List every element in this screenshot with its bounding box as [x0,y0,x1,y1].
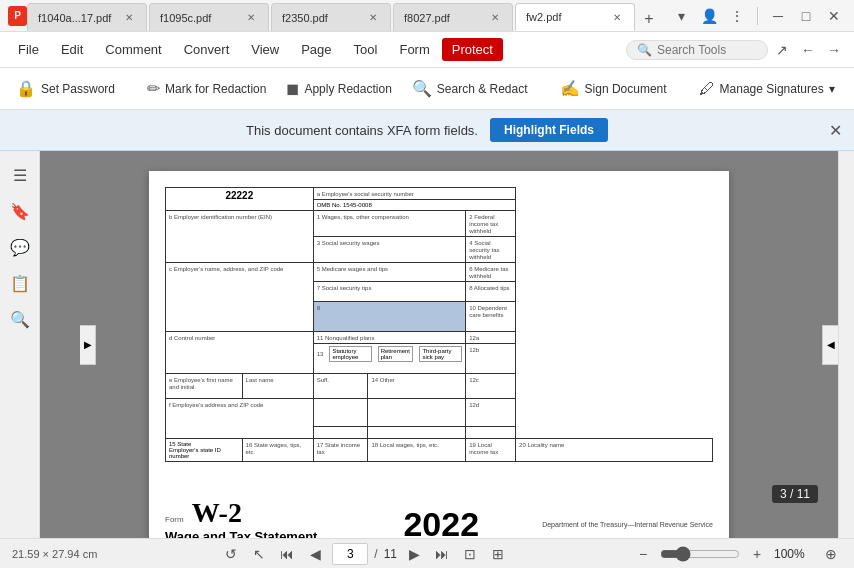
close-tab-icon[interactable]: ✕ [244,11,258,25]
left-sidebar: ☰ 🔖 💬 📋 🔍 [0,151,40,538]
sidebar-bookmark-icon[interactable]: 🔖 [4,195,36,227]
sidebar-pages-icon[interactable]: 📋 [4,267,36,299]
fit-page-button[interactable]: ⊡ [459,543,481,565]
box5-cell: 5 Medicare wages and tips [313,263,465,282]
prev-page-button[interactable]: ◀ [304,543,326,565]
treasury-text: Department of the Treasury—Internal Reve… [542,521,713,528]
apply-redaction-button[interactable]: ◼ Apply Redaction [278,75,399,102]
close-button[interactable]: ✕ [822,4,846,28]
suff-cell: Suff. [313,374,368,399]
menu-view[interactable]: View [241,38,289,61]
profile-icon[interactable]: 👤 [697,4,721,28]
document-container: 22222 a Employee's social security numbe… [149,171,729,538]
search-icon: 🔍 [637,43,652,57]
employee-address-cell: f Employee's address and ZIP code [166,399,314,439]
expand-button[interactable]: ⊕ [820,543,842,565]
zoom-slider[interactable] [660,546,740,562]
mark-redaction-label: Mark for Redaction [165,82,266,96]
menu-protect[interactable]: Protect [442,38,503,61]
menu-convert[interactable]: Convert [174,38,240,61]
control-number-cell: d Control number [166,332,314,374]
menu-edit[interactable]: Edit [51,38,93,61]
fit-width-button[interactable]: ⊞ [487,543,509,565]
document-area[interactable]: ▶ 22222 a Employee's social security num… [40,151,838,538]
menu-form[interactable]: Form [389,38,439,61]
search-input[interactable] [657,43,757,57]
close-tab-icon[interactable]: ✕ [488,11,502,25]
mark-redaction-button[interactable]: ✏ Mark for Redaction [139,75,274,102]
empty-cell-4 [368,427,466,439]
empty-cell-2 [368,399,466,427]
box15-cell: 15 State Employer's state ID number [166,439,243,462]
electro-button[interactable]: ⚡ Electro... [847,75,854,102]
page-total: 11 [384,547,397,561]
dimensions-label: 21.59 × 27.94 cm [12,548,97,560]
box12d-cell: 12d [466,399,516,427]
sidebar-search-icon[interactable]: 🔍 [4,303,36,335]
restore-button[interactable]: □ [794,4,818,28]
form-number: W-2 [192,497,242,528]
close-tab-icon[interactable]: ✕ [366,11,380,25]
empty-cell-1 [313,399,368,427]
box7-cell: 7 Social security tips [313,282,465,302]
manage-signatures-button[interactable]: 🖊 Manage Signatures ▾ [691,76,843,102]
next-page-button[interactable]: ▶ [403,543,425,565]
tab-bar: f1040a...17.pdf ✕ f1095c.pdf ✕ f2350.pdf… [27,0,661,31]
tab-f1040a[interactable]: f1040a...17.pdf ✕ [27,3,147,31]
highlight-fields-button[interactable]: Highlight Fields [490,118,608,142]
minimize-button[interactable]: ─ [766,4,790,28]
tab-f8027[interactable]: f8027.pdf ✕ [393,3,513,31]
tab-f2350[interactable]: f2350.pdf ✕ [271,3,391,31]
menu-page[interactable]: Page [291,38,341,61]
menu-comment[interactable]: Comment [95,38,171,61]
xfa-close-icon[interactable]: ✕ [829,121,842,140]
search-tools[interactable]: 🔍 [626,40,768,60]
zoom-out-button[interactable]: − [632,543,654,565]
set-password-label: Set Password [41,82,115,96]
sidebar-menu-icon[interactable]: ☰ [4,159,36,191]
sign-document-button[interactable]: ✍ Sign Document [552,75,675,102]
search-redact-label: Search & Redact [437,82,528,96]
collapse-left-button[interactable]: ▶ [80,325,96,365]
right-sidebar [838,151,854,538]
set-password-button[interactable]: 🔒 Set Password [8,75,123,102]
close-tab-icon[interactable]: ✕ [610,10,624,24]
tab-label: f1095c.pdf [160,12,211,24]
last-page-button[interactable]: ⏭ [431,543,453,565]
page-badge: 3 / 11 [772,485,818,503]
box11-cell: 11 Nonqualified plans [313,332,465,344]
dropdown-icon[interactable]: ▾ [669,4,693,28]
box6-cell: 6 Medicare tax withheld [466,263,516,282]
box18-cell: 18 Local wages, tips, etc. [368,439,466,462]
apply-icon: ◼ [286,79,299,98]
new-tab-button[interactable]: + [637,7,661,31]
rotate-button[interactable]: ↺ [220,543,242,565]
back-icon[interactable]: ← [796,38,820,62]
collapse-right-button[interactable]: ◀ [822,325,838,365]
tab-fw2[interactable]: fw2.pdf ✕ [515,3,635,31]
tab-label: f2350.pdf [282,12,328,24]
box12c-cell: 12c [466,374,516,399]
page-input[interactable] [332,543,368,565]
menu-icon[interactable]: ⋮ [725,4,749,28]
dropdown-arrow-icon: ▾ [829,82,835,96]
box3-cell: 3 Social security wages [313,237,465,263]
zoom-in-button[interactable]: + [746,543,768,565]
sidebar-comment-icon[interactable]: 💬 [4,231,36,263]
tab-f1095c[interactable]: f1095c.pdf ✕ [149,3,269,31]
w2-form: 22222 a Employee's social security numbe… [165,187,713,538]
search-redact-button[interactable]: 🔍 Search & Redact [404,75,536,102]
box8-cell: 8 Allocated tips [466,282,516,302]
empty-state-row [166,462,713,487]
navigation-controls: ↺ ↖ ⏮ ◀ / 11 ▶ ⏭ ⊡ ⊞ [105,543,624,565]
forward-icon[interactable]: → [822,38,846,62]
menu-tool[interactable]: Tool [344,38,388,61]
close-tab-icon[interactable]: ✕ [122,11,136,25]
menu-file[interactable]: File [8,38,49,61]
last-name-cell: Last name [242,374,313,399]
form-title: Wage and Tax Statement [165,529,340,539]
first-page-button[interactable]: ⏮ [276,543,298,565]
share-icon[interactable]: ↗ [770,38,794,62]
mark-icon: ✏ [147,79,160,98]
pointer-button[interactable]: ↖ [248,543,270,565]
